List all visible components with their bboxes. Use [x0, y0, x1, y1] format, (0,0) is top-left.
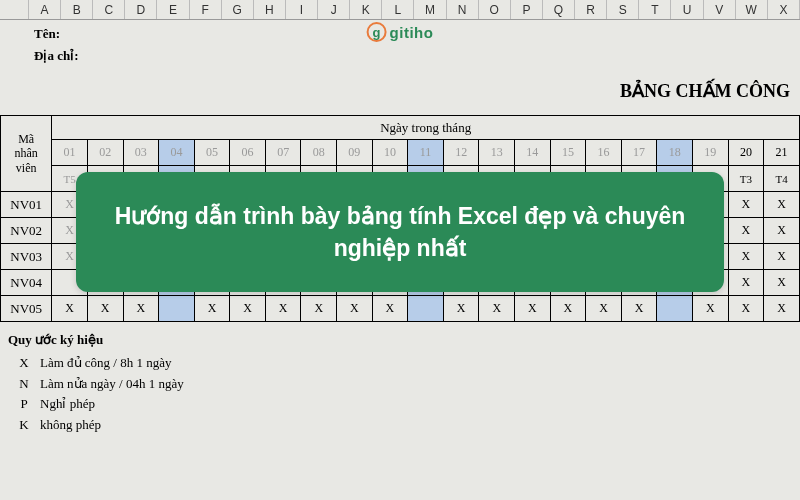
column-header-D[interactable]: D [125, 0, 157, 19]
day-num-08[interactable]: 08 [301, 140, 337, 166]
legend-sym: P [8, 394, 40, 415]
column-header-J[interactable]: J [318, 0, 350, 19]
cell-NV04-19[interactable]: X [728, 270, 764, 296]
cell-NV05-3[interactable] [159, 296, 195, 322]
cell-NV02-19[interactable]: X [728, 218, 764, 244]
cell-NV05-15[interactable]: X [586, 296, 622, 322]
legend-sym: X [8, 353, 40, 374]
column-header-F[interactable]: F [190, 0, 222, 19]
cell-NV03-20[interactable]: X [764, 244, 800, 270]
cell-NV05-0[interactable]: X [52, 296, 88, 322]
cell-NV05-7[interactable]: X [301, 296, 337, 322]
column-header-H[interactable]: H [254, 0, 286, 19]
column-header-T[interactable]: T [639, 0, 671, 19]
day-num-04[interactable]: 04 [159, 140, 195, 166]
column-header-K[interactable]: K [350, 0, 382, 19]
column-header-L[interactable]: L [382, 0, 414, 19]
cell-NV05-19[interactable]: X [728, 296, 764, 322]
cell-NV05-9[interactable]: X [372, 296, 408, 322]
cell-NV02-20[interactable]: X [764, 218, 800, 244]
cell-NV05-11[interactable]: X [443, 296, 479, 322]
column-header-X[interactable]: X [768, 0, 800, 19]
day-num-11[interactable]: 11 [408, 140, 444, 166]
legend: Quy ước ký hiệu XLàm đủ công / 8h 1 ngày… [8, 330, 800, 436]
column-header-N[interactable]: N [447, 0, 479, 19]
column-header-O[interactable]: O [479, 0, 511, 19]
column-header-S[interactable]: S [607, 0, 639, 19]
cell-NV05-4[interactable]: X [194, 296, 230, 322]
legend-desc: Nghỉ phép [40, 394, 95, 415]
address-label: Địa chỉ: [34, 46, 796, 66]
legend-sym: K [8, 415, 40, 436]
day-num-12[interactable]: 12 [443, 140, 479, 166]
day-num-07[interactable]: 07 [265, 140, 301, 166]
day-num-16[interactable]: 16 [586, 140, 622, 166]
column-header-E[interactable]: E [157, 0, 189, 19]
cell-NV01-19[interactable]: X [728, 192, 764, 218]
legend-row-P: PNghỉ phép [8, 394, 800, 415]
emp-id-NV01[interactable]: NV01 [1, 192, 52, 218]
cell-NV01-20[interactable]: X [764, 192, 800, 218]
legend-row-N: NLàm nửa ngày / 04h 1 ngày [8, 374, 800, 395]
cell-NV05-18[interactable]: X [693, 296, 729, 322]
column-header-G[interactable]: G [222, 0, 254, 19]
legend-title: Quy ước ký hiệu [8, 330, 800, 351]
cell-NV05-17[interactable] [657, 296, 693, 322]
cell-NV04-20[interactable]: X [764, 270, 800, 296]
emp-id-NV04[interactable]: NV04 [1, 270, 52, 296]
emp-id-NV02[interactable]: NV02 [1, 218, 52, 244]
column-header-U[interactable]: U [671, 0, 703, 19]
day-num-15[interactable]: 15 [550, 140, 586, 166]
cell-NV05-6[interactable]: X [265, 296, 301, 322]
weekday-19[interactable]: T3 [728, 166, 764, 192]
cell-NV03-19[interactable]: X [728, 244, 764, 270]
day-num-01[interactable]: 01 [52, 140, 88, 166]
column-header-A[interactable]: A [29, 0, 61, 19]
day-num-21[interactable]: 21 [764, 140, 800, 166]
day-num-10[interactable]: 10 [372, 140, 408, 166]
day-num-14[interactable]: 14 [515, 140, 551, 166]
cell-NV05-5[interactable]: X [230, 296, 266, 322]
legend-desc: Làm nửa ngày / 04h 1 ngày [40, 374, 184, 395]
legend-row-X: XLàm đủ công / 8h 1 ngày [8, 353, 800, 374]
legend-desc: không phép [40, 415, 101, 436]
legend-sym: N [8, 374, 40, 395]
emp-id-NV03[interactable]: NV03 [1, 244, 52, 270]
day-num-13[interactable]: 13 [479, 140, 515, 166]
day-num-03[interactable]: 03 [123, 140, 159, 166]
day-num-17[interactable]: 17 [621, 140, 657, 166]
day-num-06[interactable]: 06 [230, 140, 266, 166]
column-header-P[interactable]: P [511, 0, 543, 19]
weekday-20[interactable]: T4 [764, 166, 800, 192]
column-letters-row: ABCDEFGHIJKLMNOPQRSTUVWX [0, 0, 800, 20]
selectall-corner[interactable] [0, 0, 29, 19]
month-header: Ngày trong tháng [52, 116, 800, 140]
cell-NV05-13[interactable]: X [515, 296, 551, 322]
cell-NV05-14[interactable]: X [550, 296, 586, 322]
day-num-18[interactable]: 18 [657, 140, 693, 166]
column-header-I[interactable]: I [286, 0, 318, 19]
day-num-20[interactable]: 20 [728, 140, 764, 166]
day-num-05[interactable]: 05 [194, 140, 230, 166]
day-num-19[interactable]: 19 [693, 140, 729, 166]
cell-NV05-16[interactable]: X [621, 296, 657, 322]
column-header-V[interactable]: V [704, 0, 736, 19]
cell-NV05-10[interactable] [408, 296, 444, 322]
column-header-B[interactable]: B [61, 0, 93, 19]
cell-NV05-1[interactable]: X [87, 296, 123, 322]
cell-NV05-20[interactable]: X [764, 296, 800, 322]
emp-id-NV05[interactable]: NV05 [1, 296, 52, 322]
logo-word: gitiho [390, 24, 434, 41]
column-header-Q[interactable]: Q [543, 0, 575, 19]
column-header-M[interactable]: M [414, 0, 446, 19]
day-num-02[interactable]: 02 [87, 140, 123, 166]
emp-id-header: Mãnhânviên [1, 116, 52, 192]
cell-NV05-8[interactable]: X [337, 296, 373, 322]
page-title: BẢNG CHẤM CÔNG [620, 80, 790, 102]
day-num-09[interactable]: 09 [337, 140, 373, 166]
cell-NV05-2[interactable]: X [123, 296, 159, 322]
column-header-W[interactable]: W [736, 0, 768, 19]
column-header-C[interactable]: C [93, 0, 125, 19]
column-header-R[interactable]: R [575, 0, 607, 19]
cell-NV05-12[interactable]: X [479, 296, 515, 322]
